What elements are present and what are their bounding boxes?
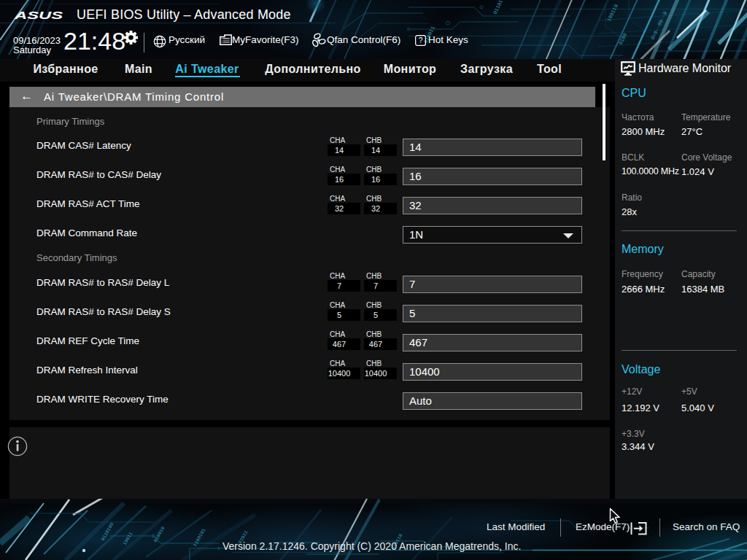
svg-text:?: ?: [419, 36, 423, 44]
svg-text:ASUS: ASUS: [14, 9, 63, 21]
